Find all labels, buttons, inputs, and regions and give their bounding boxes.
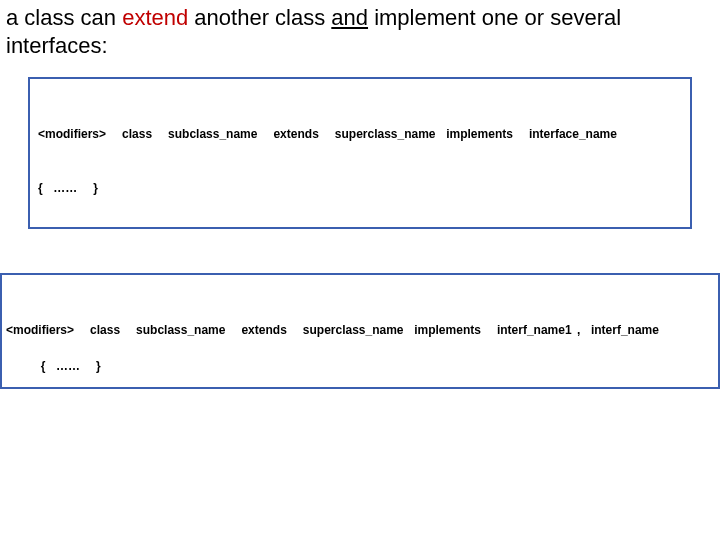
- heading-and: and: [331, 5, 368, 30]
- syntax-box-multi-interface: <modifiers> class subclass_name extends …: [0, 273, 720, 389]
- heading: a class can extend another class and imp…: [0, 0, 720, 77]
- heading-text-pre: a class can: [6, 5, 122, 30]
- heading-extend: extend: [122, 5, 188, 30]
- syntax-line2: { …… }: [38, 179, 682, 197]
- heading-text-mid1: another class: [188, 5, 331, 30]
- syntax-line1: <modifiers> class subclass_name extends …: [6, 321, 710, 339]
- syntax-line1: <modifiers> class subclass_name extends …: [38, 125, 682, 143]
- syntax-line2: { …… }: [17, 357, 101, 375]
- syntax-box-single-interface: <modifiers> class subclass_name extends …: [28, 77, 692, 229]
